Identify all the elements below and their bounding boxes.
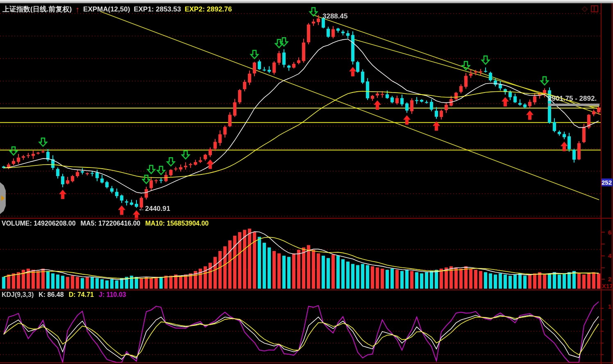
drawn-rectangle-annotation[interactable] bbox=[548, 104, 599, 106]
kdj-j-value: J: 110.03 bbox=[99, 291, 126, 298]
split-window-icon[interactable] bbox=[591, 5, 598, 12]
kdj-d-value: D: 74.71 bbox=[69, 291, 94, 298]
stock-app-window: { "window": { "top_right": { "diamond_ic… bbox=[0, 0, 613, 364]
volume-axis-label-6: 6 bbox=[608, 229, 611, 236]
volume-corner-label: X17 bbox=[602, 283, 613, 289]
volume-ma5-value: MA5: 172206416.00 bbox=[81, 220, 141, 227]
volume-axis-label-4: 4 bbox=[608, 252, 611, 259]
stock-chart-canvas[interactable] bbox=[0, 0, 613, 364]
window-corner-icons: ◇ bbox=[582, 5, 598, 12]
kdj-axis-label: 1 bbox=[608, 303, 611, 310]
volume-axis-label-2: 2 bbox=[608, 276, 611, 283]
diamond-icon[interactable]: ◇ bbox=[582, 5, 588, 12]
exp2-value: EXP2: 2892.76 bbox=[185, 5, 232, 14]
symbol-title: 上证指数(日线.前复权) bbox=[2, 5, 72, 14]
expand-arrow-icon bbox=[1, 195, 5, 201]
volume-panel-title: VOLUME: 149206208.00 MA5: 172206416.00 M… bbox=[2, 220, 209, 227]
kdj-panel-title: KDJ(9,3,3) K: 86.48 D: 74.71 J: 110.03 bbox=[2, 291, 126, 298]
peak-price-annotation: 3288.45 bbox=[322, 12, 347, 20]
volume-ma10-value: MA10: 156853904.00 bbox=[145, 220, 209, 227]
price-axis-tag: 252 bbox=[602, 179, 613, 186]
volume-value: VOLUME: 149206208.00 bbox=[2, 220, 76, 227]
kdj-k-value: K: 86.48 bbox=[39, 291, 64, 298]
top-toolbar-edge bbox=[0, 0, 613, 3]
buy-signal-icon: ↑ bbox=[75, 7, 79, 12]
range-annotation: 2901.75 - 2892. bbox=[548, 95, 597, 103]
main-chart-title: 上证指数(日线.前复权) ↑ EXPMA(12,50) EXP1: 2853.5… bbox=[2, 5, 232, 14]
kdj-label: KDJ(9,3,3) bbox=[2, 291, 34, 298]
indicator-label: EXPMA(12,50) bbox=[83, 5, 130, 14]
trough-price-annotation: ←2440.91 bbox=[138, 205, 170, 213]
exp1-value: EXP1: 2853.53 bbox=[134, 5, 181, 14]
